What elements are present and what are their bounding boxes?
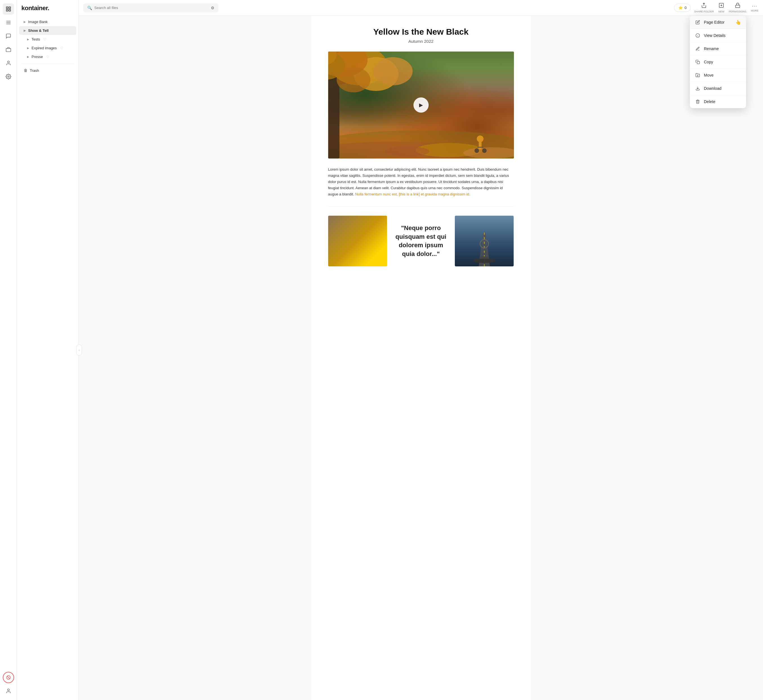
- sidebar-icon-user[interactable]: [3, 58, 14, 69]
- favorites-button[interactable]: ⭐ 0: [674, 4, 691, 12]
- dropdown-item-page-editor[interactable]: Page Editor 👆: [690, 16, 746, 29]
- sidebar-item-label: Trash: [30, 69, 39, 73]
- dropdown-item-delete[interactable]: Delete: [690, 95, 746, 108]
- sidebar-collapse-handle[interactable]: ‹: [76, 344, 82, 356]
- svg-rect-2: [6, 9, 8, 11]
- chevron-icon: ▶: [27, 38, 29, 41]
- permissions-label: PERMISSIONS: [729, 10, 746, 13]
- dropdown-item-label: Rename: [704, 47, 719, 51]
- favorites-count: 0: [685, 6, 687, 10]
- new-label: NEW: [718, 10, 724, 13]
- page-container: Yellow Is the New Black Autumn 2022: [311, 16, 531, 700]
- gallery-row: "Neque porro quisquam est qui dolorem ip…: [328, 216, 514, 266]
- gallery-image-road: [455, 216, 513, 266]
- svg-rect-17: [735, 5, 740, 8]
- share-folder-action[interactable]: SHARE FOLDER: [694, 3, 714, 13]
- more-icon: ···: [752, 4, 757, 9]
- nav-sidebar: kontainer. ▶ Image Bank ▶ Show & Tell ▶ …: [17, 0, 79, 700]
- svg-point-9: [8, 76, 9, 77]
- new-icon: [719, 3, 724, 9]
- filter-icon[interactable]: ⚙: [211, 6, 214, 10]
- search-input[interactable]: [94, 6, 209, 10]
- dropdown-menu: Page Editor 👆 View Details Rename Copy: [690, 16, 746, 108]
- chevron-icon: ▶: [27, 55, 29, 58]
- info-icon: [695, 33, 701, 38]
- dropdown-item-label: View Details: [704, 33, 726, 38]
- svg-line-11: [7, 676, 9, 679]
- sidebar-item-tests[interactable]: ▶ Tests ♡: [19, 35, 76, 44]
- sidebar-icon-chat[interactable]: [3, 30, 14, 42]
- sidebar-icon-account[interactable]: [3, 685, 14, 697]
- chevron-icon: ▶: [27, 47, 29, 50]
- more-action[interactable]: ··· MORE: [751, 4, 758, 12]
- heart-icon: ♡: [43, 38, 47, 41]
- pencil-icon: [695, 19, 701, 25]
- svg-point-8: [7, 61, 9, 63]
- star-icon: ⭐: [678, 6, 683, 10]
- nav-divider: [21, 63, 74, 64]
- heart-icon: ♡: [60, 46, 63, 50]
- share-folder-label: SHARE FOLDER: [694, 10, 714, 13]
- dropdown-item-label: Download: [704, 86, 721, 91]
- svg-rect-7: [6, 48, 11, 52]
- search-icon: 🔍: [87, 6, 92, 10]
- sidebar-item-label: Expired images: [31, 46, 57, 50]
- permissions-action[interactable]: PERMISSIONS: [729, 3, 746, 13]
- svg-point-50: [473, 258, 496, 263]
- new-action[interactable]: NEW: [718, 3, 724, 13]
- cursor-hand-icon: 👆: [735, 20, 741, 25]
- dropdown-item-label: Move: [704, 73, 713, 77]
- dropdown-item-copy[interactable]: Copy: [690, 55, 746, 69]
- dropdown-item-rename[interactable]: Rename: [690, 42, 746, 55]
- search-box[interactable]: 🔍 ⚙: [83, 3, 218, 12]
- sidebar-item-label: Show & Tell: [28, 28, 49, 33]
- rename-icon: [695, 46, 701, 52]
- play-button[interactable]: ▶: [413, 97, 429, 112]
- chevron-icon: ▶: [23, 20, 26, 23]
- sidebar-item-label: Tests: [31, 37, 40, 41]
- icon-sidebar: [0, 0, 17, 700]
- gallery-image-bike: [328, 216, 387, 266]
- svg-point-33: [474, 148, 479, 153]
- sidebar-item-trash[interactable]: 🗑 Trash: [19, 66, 76, 75]
- sidebar-item-show-tell[interactable]: ▶ Show & Tell: [19, 26, 76, 35]
- delete-icon: [695, 99, 701, 105]
- sidebar-icon-grid[interactable]: [3, 3, 14, 15]
- svg-rect-51: [480, 256, 488, 259]
- more-label: MORE: [751, 9, 758, 12]
- sidebar-icon-help[interactable]: [3, 672, 14, 683]
- copy-icon: [695, 59, 701, 65]
- app-logo: kontainer.: [17, 5, 78, 17]
- download-icon: [695, 86, 701, 91]
- bike-svg: [328, 216, 387, 264]
- sidebar-item-presse[interactable]: ▶ Presse ♡: [19, 52, 76, 61]
- trash-icon: 🗑: [23, 68, 28, 73]
- topbar: 🔍 ⚙ ⭐ 0 SHARE FOLDER: [79, 0, 763, 16]
- page-content: Yellow Is the New Black Autumn 2022: [79, 16, 763, 700]
- topbar-actions: SHARE FOLDER NEW PERMI: [694, 3, 758, 13]
- dropdown-item-label: Delete: [704, 99, 715, 104]
- dropdown-item-view-details[interactable]: View Details: [690, 29, 746, 42]
- heart-icon: ♡: [46, 55, 49, 59]
- svg-point-12: [7, 689, 9, 691]
- sidebar-item-expired-images[interactable]: ▶ Expired images ♡: [19, 44, 76, 52]
- sidebar-icon-briefcase[interactable]: [3, 44, 14, 55]
- svg-rect-56: [697, 61, 700, 64]
- svg-rect-32: [479, 142, 482, 149]
- permissions-icon: [735, 3, 741, 9]
- svg-rect-3: [9, 9, 11, 11]
- svg-rect-0: [6, 7, 8, 9]
- sidebar-icon-settings[interactable]: [3, 71, 14, 82]
- dropdown-item-download[interactable]: Download: [690, 82, 746, 95]
- svg-point-31: [477, 136, 484, 142]
- sidebar-icon-list[interactable]: [3, 17, 14, 28]
- sidebar-item-image-bank[interactable]: ▶ Image Bank: [19, 17, 76, 26]
- dropdown-item-move[interactable]: Move: [690, 69, 746, 82]
- dropdown-item-label: Copy: [704, 60, 713, 64]
- chevron-icon: ▶: [23, 29, 26, 32]
- sidebar-item-label: Image Bank: [28, 20, 48, 24]
- road-svg: [455, 216, 513, 266]
- sidebar-item-label: Presse: [31, 55, 43, 59]
- move-icon: [695, 72, 701, 78]
- svg-rect-1: [9, 7, 11, 9]
